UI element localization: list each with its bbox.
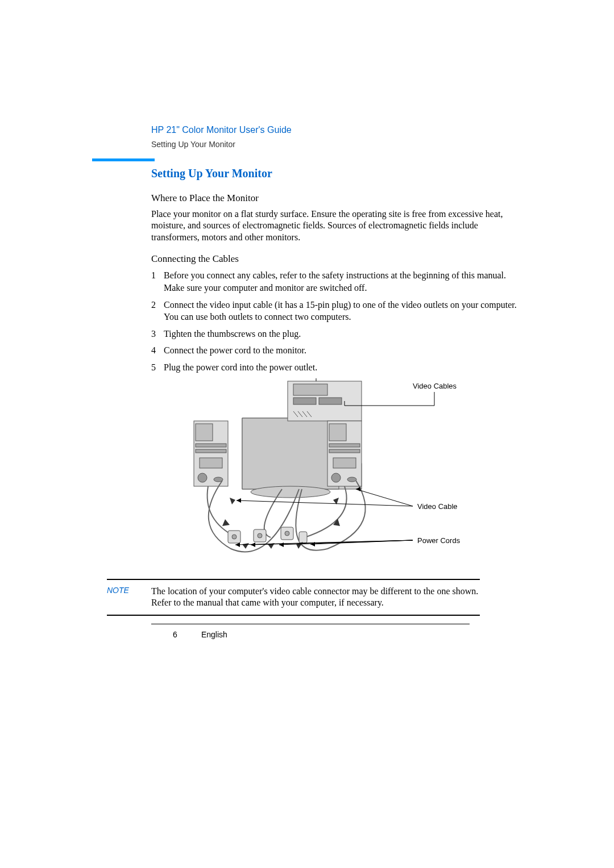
- svg-marker-49: [279, 542, 284, 547]
- page-breadcrumb: Setting Up Your Monitor: [151, 140, 517, 149]
- step-text: Connect the power cord to the monitor.: [164, 344, 517, 357]
- section-title: Setting Up Your Monitor: [151, 167, 517, 180]
- step-text: Connect the video input cable (it has a …: [164, 299, 517, 323]
- list-item: 3 Tighten the thumbscrews on the plug.: [151, 328, 517, 340]
- subsection-where-title: Where to Place the Monitor: [151, 193, 517, 204]
- step-number: 5: [151, 361, 164, 374]
- svg-rect-21: [333, 458, 356, 468]
- steps-list: 1 Before you connect any cables, refer t…: [151, 269, 517, 373]
- svg-rect-2: [293, 384, 327, 395]
- list-item: 4 Connect the power cord to the monitor.: [151, 344, 517, 357]
- step-number: 3: [151, 328, 164, 340]
- svg-line-43: [237, 500, 413, 506]
- svg-rect-11: [196, 424, 213, 441]
- section-rule-accent: [92, 158, 155, 161]
- svg-point-29: [232, 535, 237, 539]
- svg-marker-37: [222, 519, 230, 526]
- list-item: 2 Connect the video input cable (it has …: [151, 299, 517, 323]
- subsection-connect-title: Connecting the Cables: [151, 253, 517, 265]
- page-number: 6: [173, 630, 199, 639]
- document-title: HP 21" Color Monitor User's Guide: [151, 125, 517, 135]
- step-number: 4: [151, 344, 164, 357]
- svg-rect-12: [196, 444, 226, 447]
- svg-rect-28: [299, 532, 307, 543]
- svg-rect-20: [329, 449, 360, 453]
- page-footer: 6 English: [173, 630, 517, 639]
- svg-line-42: [356, 489, 413, 506]
- step-number: 1: [151, 269, 164, 294]
- list-item: 1 Before you connect any cables, refer t…: [151, 269, 517, 294]
- svg-rect-19: [329, 444, 360, 447]
- svg-rect-18: [329, 424, 346, 441]
- svg-marker-50: [251, 542, 255, 547]
- figure-connections: Video Cables Video Cable Power Cords: [168, 378, 487, 569]
- note-text: The location of your computer's video ca…: [151, 586, 480, 610]
- svg-marker-53: [237, 498, 241, 503]
- step-text: Before you connect any cables, refer to …: [164, 269, 517, 294]
- step-text: Tighten the thumbscrews on the plug.: [164, 328, 517, 340]
- figure-label-power-cords: Power Cords: [417, 536, 460, 545]
- svg-point-24: [251, 486, 330, 498]
- step-text: Plug the power cord into the power outle…: [164, 361, 517, 374]
- note-label: NOTE: [107, 586, 151, 610]
- manual-page: HP 21" Color Monitor User's Guide Settin…: [97, 125, 517, 639]
- footer-rule: [151, 624, 470, 624]
- svg-point-23: [347, 477, 356, 482]
- subsection-where-para: Place your monitor on a flat sturdy surf…: [151, 208, 517, 243]
- svg-rect-4: [319, 398, 342, 404]
- svg-point-30: [258, 533, 262, 538]
- svg-point-31: [285, 531, 289, 536]
- step-number: 2: [151, 299, 164, 323]
- svg-point-22: [331, 473, 341, 482]
- figure-label-video-cables: Video Cables: [413, 382, 457, 390]
- figure-label-video-cable: Video Cable: [417, 502, 458, 511]
- svg-rect-13: [196, 449, 226, 453]
- svg-rect-3: [293, 398, 316, 404]
- svg-point-15: [198, 473, 207, 482]
- list-item: 5 Plug the power cord into the power out…: [151, 361, 517, 374]
- svg-marker-32: [230, 498, 235, 504]
- page-language: English: [201, 630, 227, 639]
- svg-marker-34: [242, 543, 249, 549]
- svg-rect-14: [200, 458, 222, 468]
- svg-rect-0: [242, 418, 339, 489]
- note-block: NOTE The location of your computer's vid…: [107, 579, 480, 616]
- content-area: Setting Up Your Monitor Where to Place t…: [151, 167, 517, 639]
